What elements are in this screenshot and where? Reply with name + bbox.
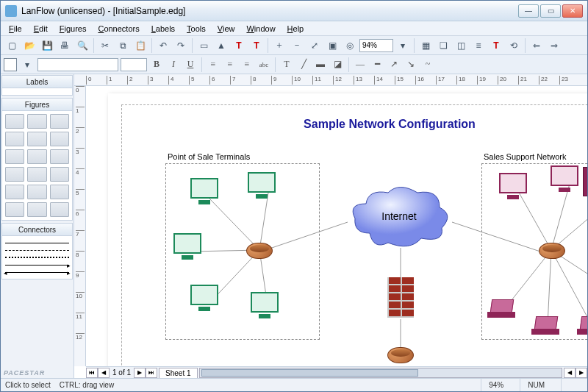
figure-stencil[interactable] — [27, 132, 46, 146]
fill-color-well[interactable] — [4, 58, 17, 71]
panel-labels-body[interactable] — [1, 88, 73, 96]
router-bottom[interactable] — [387, 347, 414, 363]
scroll-right-icon[interactable]: ▶ — [576, 368, 587, 378]
horizontal-scrollbar[interactable] — [199, 368, 562, 378]
sheet-prev-icon[interactable]: ◀ — [98, 368, 110, 378]
sheet-next-icon[interactable]: ▶ — [134, 368, 146, 378]
pos-terminal[interactable] — [187, 178, 221, 209]
router-left[interactable] — [246, 243, 273, 259]
link-icon[interactable]: ⟲ — [506, 38, 522, 54]
menu-help[interactable]: Help — [282, 23, 309, 35]
redo-icon[interactable]: ↷ — [173, 38, 189, 54]
laptop[interactable] — [487, 299, 517, 318]
menu-tools[interactable]: Tools — [182, 23, 211, 35]
cut-icon[interactable]: ✂ — [97, 38, 113, 54]
panel-figures-header[interactable]: Figures — [1, 98, 73, 111]
font-size-input[interactable] — [121, 58, 147, 71]
panel-figures-body[interactable] — [1, 111, 73, 221]
nav-right-icon[interactable]: ⇒ — [546, 38, 562, 54]
underline-button[interactable]: U — [183, 57, 198, 72]
connector-solid[interactable] — [5, 239, 69, 246]
abc-icon[interactable]: abc — [257, 57, 271, 72]
align-center-icon[interactable]: ≡ — [223, 57, 237, 72]
textcolor-icon[interactable]: T — [279, 57, 294, 72]
fill-dropdown-icon[interactable]: ▾ — [19, 57, 35, 73]
undo-icon[interactable]: ↶ — [155, 38, 171, 54]
sheet-tab[interactable]: Sheet 1 — [159, 368, 197, 378]
figure-stencil[interactable] — [50, 185, 69, 199]
panel-connectors-header[interactable]: Connectors — [1, 223, 73, 236]
italic-button[interactable]: I — [166, 57, 181, 72]
connector-arrow[interactable]: ▸ — [5, 261, 69, 268]
open-icon[interactable]: 📂 — [21, 38, 37, 54]
align-left-icon[interactable]: ≡ — [206, 57, 220, 72]
save-icon[interactable]: 💾 — [39, 38, 55, 54]
ruler-horizontal[interactable]: 01234567891011121314151617181920212223 — [74, 74, 587, 86]
figure-stencil[interactable] — [27, 114, 46, 129]
figure-stencil[interactable] — [5, 167, 24, 182]
figure-stencil[interactable] — [27, 185, 46, 199]
print-icon[interactable]: 🖶 — [57, 38, 73, 54]
bold-button[interactable]: B — [149, 57, 164, 72]
menu-file[interactable]: File — [4, 23, 27, 35]
laptop[interactable] — [531, 316, 561, 335]
figure-stencil[interactable] — [50, 132, 69, 146]
menu-figures[interactable]: Figures — [54, 23, 92, 35]
figure-stencil[interactable] — [27, 167, 46, 182]
grid-icon[interactable]: ▦ — [417, 38, 434, 54]
figure-stencil[interactable] — [27, 149, 46, 164]
figure-stencil[interactable] — [50, 167, 69, 182]
zoom-actual-icon[interactable]: ◎ — [342, 38, 358, 54]
laptop[interactable] — [577, 316, 587, 335]
workstation[interactable] — [548, 165, 581, 196]
shadow-icon[interactable]: ◪ — [330, 57, 345, 72]
connector-dashed[interactable] — [5, 246, 69, 254]
tower[interactable] — [583, 167, 587, 196]
fillcolor-icon[interactable]: ▬ — [313, 57, 328, 72]
align-right-icon[interactable]: ≡ — [240, 57, 254, 72]
line-weight-icon[interactable]: ━ — [370, 57, 384, 72]
nav-left-icon[interactable]: ⇐ — [528, 38, 545, 54]
font-family-input[interactable] — [37, 58, 118, 71]
text-tool-icon[interactable]: T — [231, 38, 247, 54]
linecolor-icon[interactable]: ╱ — [296, 57, 311, 72]
ruler-vertical[interactable]: 0123456789101112 — [74, 86, 86, 366]
layers-icon[interactable]: ❏ — [435, 38, 451, 54]
new-icon[interactable]: ▢ — [4, 38, 20, 54]
zoom-in-icon[interactable]: ＋ — [271, 38, 287, 54]
pos-terminal[interactable] — [187, 285, 221, 316]
panel-labels-header[interactable]: Labels — [1, 75, 73, 88]
copy-icon[interactable]: ⧉ — [115, 38, 131, 54]
maximize-button[interactable]: ▭ — [540, 4, 561, 18]
sheet-first-icon[interactable]: ⏮ — [86, 368, 98, 378]
pos-terminal[interactable] — [245, 172, 279, 203]
connector-double-arrow[interactable]: ◂▸ — [5, 268, 69, 276]
line-style-icon[interactable]: — — [353, 57, 368, 72]
menu-window[interactable]: Window — [241, 23, 280, 35]
menu-labels[interactable]: Labels — [146, 23, 180, 35]
align-icon[interactable]: ≡ — [470, 38, 487, 54]
zoom-fit-icon[interactable]: ⤢ — [306, 38, 323, 54]
figure-stencil[interactable] — [5, 132, 24, 146]
zoom-dropdown-icon[interactable]: ▾ — [395, 38, 411, 54]
zoom-page-icon[interactable]: ▣ — [324, 38, 340, 54]
figure-stencil[interactable] — [5, 185, 24, 199]
figure-stencil[interactable] — [50, 202, 69, 217]
pos-terminal[interactable] — [171, 233, 204, 264]
figure-stencil[interactable] — [5, 202, 24, 217]
arrow-start-icon[interactable]: ↗ — [387, 57, 401, 72]
text-style-icon[interactable]: T — [488, 38, 504, 54]
panel-connectors-body[interactable]: ▸ ◂▸ — [1, 236, 73, 279]
menu-connectors[interactable]: Connectors — [93, 23, 144, 35]
arrow-end-icon[interactable]: ↘ — [404, 57, 418, 72]
menu-edit[interactable]: Edit — [29, 23, 53, 35]
internet-cloud[interactable]: Internet — [348, 185, 451, 252]
workstation[interactable] — [496, 173, 530, 204]
snap-icon[interactable]: ◫ — [453, 38, 469, 54]
figure-stencil[interactable] — [27, 202, 46, 217]
firewall[interactable] — [387, 277, 414, 318]
scroll-left-icon[interactable]: ◀ — [564, 368, 576, 378]
title-bar[interactable]: LanFlow (unlicensed) - [InitialSample.ed… — [1, 1, 587, 21]
figure-stencil[interactable] — [5, 114, 24, 129]
figure-stencil[interactable] — [50, 114, 69, 129]
